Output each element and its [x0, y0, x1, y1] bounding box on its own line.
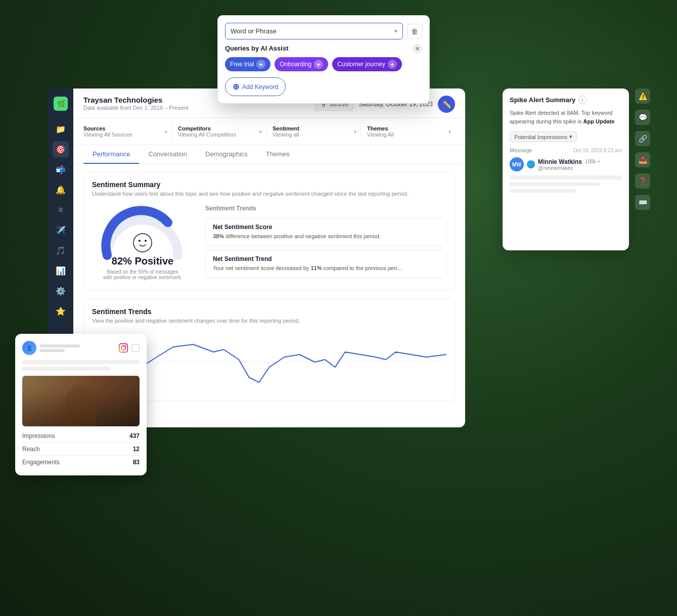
- link-icon[interactable]: 🔗: [635, 131, 650, 146]
- popup-close-button[interactable]: ✕: [412, 43, 422, 54]
- chip-onboarding-label: Onboarding: [280, 61, 311, 68]
- twitter-icon: 🐦: [527, 160, 535, 168]
- content-line-1: [510, 175, 622, 180]
- themes-chevron: ▾: [448, 129, 451, 135]
- card-line-1: [22, 360, 140, 364]
- sentiment-filter[interactable]: Sentiment Viewing all ▾: [273, 123, 361, 140]
- card-line-2: [22, 367, 110, 371]
- net-score-card: Net Sentiment Score 38% difference betwe…: [205, 218, 446, 246]
- gauge-percentage: 82% Positive: [112, 255, 173, 267]
- svg-point-5: [121, 346, 125, 350]
- edit-button[interactable]: ✏️: [438, 96, 455, 113]
- tab-themes[interactable]: Themes: [257, 145, 299, 164]
- keyword-input-row: Word or Phrase ▾ 🗑: [225, 23, 422, 39]
- tab-conversation[interactable]: Conversation: [139, 145, 196, 164]
- add-keyword-label: Add Keyword: [242, 83, 278, 91]
- company-name: Traysan Technologies: [83, 96, 188, 104]
- sources-filter[interactable]: Sources Viewing All Sources ▾: [83, 123, 172, 140]
- chip-onboarding-add-icon[interactable]: +: [314, 60, 323, 69]
- checkbox[interactable]: [131, 344, 140, 352]
- ai-queries-title: Queries by AI Assist: [225, 45, 422, 52]
- content-line-3: [510, 189, 577, 193]
- sentiment-label: Sentiment: [273, 125, 299, 131]
- delete-keyword-button[interactable]: 🗑: [407, 24, 422, 39]
- svg-point-0: [133, 234, 152, 252]
- impressions-dropdown[interactable]: Potential Impressions ▾: [510, 131, 577, 142]
- user-avatar: MW: [510, 157, 524, 171]
- sidebar-item-chart[interactable]: 📊: [53, 262, 69, 279]
- name-line-2: [39, 349, 65, 352]
- user-name: Minnie Watkins: [538, 158, 582, 165]
- trends-section-title: Sentiment Trends: [92, 307, 446, 316]
- sources-chevron: ▾: [165, 129, 167, 135]
- platform-avatar: 👤: [22, 341, 36, 355]
- tabs-bar: Performance Conversation Demographics Th…: [73, 145, 465, 164]
- message-row: Message Oct 19, 2023 8:23 am: [510, 147, 622, 153]
- keyboard-icon[interactable]: ⌨️: [635, 195, 650, 210]
- sidebar-item-send[interactable]: ✈️: [53, 222, 69, 238]
- message-label: Message: [510, 147, 532, 153]
- social-platform: 👤: [22, 341, 80, 355]
- user-row: MW 🐦 Minnie Watkins 100k + @minniemakes: [510, 157, 622, 171]
- themes-filter[interactable]: Themes Viewing All ▾: [367, 123, 455, 140]
- competitors-value: Viewing All Competitors: [178, 131, 236, 138]
- sidebar-item-notifications[interactable]: 🔔: [53, 182, 69, 198]
- keyword-popup: Word or Phrase ▾ 🗑 ✕ Queries by AI Assis…: [217, 15, 430, 104]
- filter-bar: Sources Viewing All Sources ▾ Competitor…: [73, 118, 465, 145]
- sentiment-value: Viewing all: [273, 131, 299, 138]
- share-icon[interactable]: 📤: [635, 152, 650, 167]
- chip-customer-journey-add-icon[interactable]: +: [388, 60, 397, 69]
- sidebar-item-audio[interactable]: 🎵: [53, 242, 69, 258]
- reach-value: 12: [133, 446, 140, 453]
- impressions-value: 437: [129, 432, 140, 439]
- sentiment-summary-desc: Understand how users feel about this top…: [92, 191, 446, 197]
- message-content-lines: [510, 175, 622, 193]
- sentiment-chevron: ▾: [354, 129, 356, 135]
- tab-demographics[interactable]: Demographics: [196, 145, 257, 164]
- instagram-icon: [118, 343, 128, 353]
- themes-value: Viewing All: [367, 131, 394, 138]
- chip-free-trial-add-icon[interactable]: +: [256, 60, 265, 69]
- sources-value: Viewing All Sources: [83, 131, 132, 138]
- chip-customer-journey-label: Customer journey: [337, 61, 385, 68]
- chip-free-trial[interactable]: Free trial +: [225, 57, 270, 71]
- chip-onboarding[interactable]: Onboarding +: [275, 57, 328, 71]
- svg-point-2: [145, 240, 147, 242]
- image-figure: [66, 386, 96, 426]
- name-line-1: [39, 344, 80, 347]
- sidebar-item-mail[interactable]: 📬: [53, 161, 69, 178]
- spike-alert-body: Spike Alert detected at 8AM. Top keyword…: [510, 109, 622, 125]
- select-chevron-icon: ▾: [394, 28, 397, 34]
- sidebar-item-settings[interactable]: ⚙️: [53, 283, 69, 299]
- gauge-container: 82% Positive Based on the 56% of message…: [92, 205, 193, 280]
- chip-customer-journey[interactable]: Customer journey +: [332, 57, 402, 71]
- competitors-label: Competitors: [178, 125, 236, 131]
- sidebar-item-folder[interactable]: 📁: [53, 121, 69, 137]
- content-line-2: [510, 182, 600, 186]
- tab-performance[interactable]: Performance: [83, 145, 139, 164]
- chat-icon[interactable]: 💬: [635, 110, 650, 125]
- spike-info-icon[interactable]: i: [578, 96, 586, 104]
- add-keyword-plus-icon: ⊕: [233, 82, 239, 92]
- sources-label: Sources: [83, 125, 132, 131]
- sidebar-item-dashboard[interactable]: 🎯: [53, 141, 69, 157]
- add-keyword-button[interactable]: ⊕ Add Keyword: [225, 77, 286, 96]
- social-card: 👤: [15, 334, 147, 475]
- help-icon[interactable]: ❓: [635, 173, 650, 189]
- competitors-chevron: ▾: [259, 129, 262, 135]
- competitors-filter[interactable]: Competitors Viewing All Competitors ▾: [178, 123, 266, 140]
- word-or-phrase-select[interactable]: Word or Phrase ▾: [225, 23, 403, 39]
- dropdown-arrow: ▾: [569, 134, 572, 140]
- impressions-label: Potential Impressions: [514, 134, 567, 140]
- reach-label: Reach: [22, 446, 40, 453]
- sidebar-item-menu[interactable]: ≡: [53, 202, 69, 218]
- sidebar-item-star[interactable]: ⭐: [53, 303, 69, 319]
- sentiment-trends-cards: Sentiment Trends Net Sentiment Score 38%…: [205, 205, 446, 282]
- spike-keyword: App Update: [583, 118, 615, 124]
- stats-rows: Impressions 437 Reach 12 Engagements 83: [22, 432, 140, 468]
- warning-icon[interactable]: ⚠️: [635, 89, 650, 104]
- message-date: Oct 19, 2023 8:23 am: [573, 148, 622, 153]
- spike-alert-header: Spike Alert Summary i: [510, 96, 622, 104]
- net-score-desc: 38% difference between positive and nega…: [213, 233, 439, 240]
- net-trend-card: Net Sentiment Trend Your net sentiment s…: [205, 250, 446, 278]
